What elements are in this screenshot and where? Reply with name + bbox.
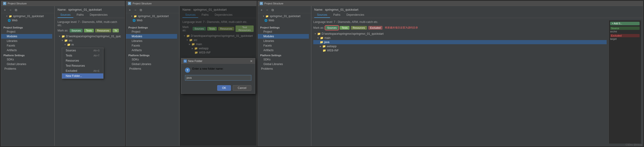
menu-test-res-1[interactable]: Test Resources <box>62 63 103 68</box>
ps-toolbar-3: + − ⧉ <box>258 7 311 13</box>
menu-excluded-1[interactable]: Excluded Alt+E <box>62 68 103 73</box>
ps-tree-3: ▼ 📁 springmvc_01_quickstart 🌐 Web <box>258 13 311 23</box>
folder-label-m-1: m <box>72 43 74 46</box>
sidebar-artifacts-2[interactable]: Artifacts <box>126 48 177 53</box>
tabs-bar-1: Sources Paths Dependencies <box>55 12 124 18</box>
sidebar-problems-2[interactable]: Problems <box>126 66 177 71</box>
folder-label-webinf-3: WEB-INF <box>327 49 339 52</box>
project-settings-title-2: Project Settings <box>126 25 177 29</box>
folder-icon-root-1: 📁 <box>62 35 65 38</box>
window1-titlebar: P Project Structure <box>1 1 124 6</box>
mark-as-row-1: Mark as: Sources Tests Resources Te <box>58 29 122 32</box>
add-btn-1[interactable]: + <box>2 8 7 12</box>
folder-label-webapp-3: webapp <box>327 45 336 48</box>
sidebar-project-1[interactable]: Project <box>1 29 52 34</box>
tab-dependencies-3[interactable]: Dependencies <box>344 12 367 18</box>
sidebar-facets-2[interactable]: Facets <box>126 43 177 48</box>
watermark: CSDev @intsup <box>626 144 642 146</box>
folder-m-1[interactable]: ▼ 📁 m <box>58 43 122 47</box>
dialog-close-btn-2[interactable]: ✕ <box>250 59 253 63</box>
mark-excluded-btn-3[interactable]: Excluded <box>368 26 382 30</box>
tab-sources-3[interactable]: Sources <box>314 12 330 18</box>
sidebar-global-libs-1[interactable]: Global Libraries <box>1 62 52 66</box>
menu-tests-1[interactable]: Tests Alt+T <box>62 53 103 58</box>
folder-icon-3: 📁 <box>266 15 269 18</box>
mark-tests-btn-3[interactable]: Tests <box>340 26 350 30</box>
mark-resources-btn-3[interactable]: Resources <box>351 26 367 30</box>
tab-paths-3[interactable]: Paths <box>330 12 343 18</box>
mark-test-res-btn-1[interactable]: Te <box>112 29 119 32</box>
sidebar-facets-1[interactable]: Facets <box>1 43 52 48</box>
sidebar-libraries-1[interactable]: Libraries <box>1 39 52 43</box>
folder-main-3[interactable]: ▼ 📁 main <box>313 36 607 40</box>
folder-webapp-3[interactable]: ▶ 📁 webapp <box>313 44 607 48</box>
ps-toolbar-1: + − ⧉ <box>1 7 54 13</box>
folder-icon-webinf-3: 📁 <box>322 49 326 52</box>
remove-btn-3[interactable]: − <box>265 8 270 12</box>
sidebar-problems-1[interactable]: Problems <box>1 66 52 71</box>
remove-btn-1[interactable]: − <box>8 8 13 12</box>
tree-project-1[interactable]: ▼ 📁 springmvc_01_quickstart <box>1 14 54 18</box>
sidebar-project-2[interactable]: Project <box>126 29 177 34</box>
folder-root-1[interactable]: ▼ 📁 D:\workspace\springmvc\springmvc_01_… <box>58 34 122 38</box>
sidebar-libraries-2[interactable]: Libraries <box>126 39 177 43</box>
sidebar-sdks-3[interactable]: SDKs <box>258 57 309 62</box>
dialog-ok-btn-2[interactable]: OK <box>217 85 231 91</box>
mark-as-label-1: Mark as: <box>58 29 68 32</box>
tree-web-2[interactable]: 🌐 Web <box>126 18 179 22</box>
sidebar-artifacts-3[interactable]: Artifacts <box>258 48 309 53</box>
menu-sources-1[interactable]: Sources Alt+S <box>62 48 103 53</box>
tree-project-label-2: springmvc_01_quickstart <box>138 14 169 18</box>
main-content-3: Language level: 7 - Diamonds, ARM, multi… <box>313 20 607 144</box>
sidebar-global-libs-3[interactable]: Global Libraries <box>258 62 309 66</box>
tree-web-1[interactable]: 🌐 Web <box>1 18 54 22</box>
window2-titlebar: P Project Structure <box>126 1 256 6</box>
tab-paths-1[interactable]: Paths <box>74 12 86 18</box>
window3: P Project Structure + − ⧉ ▼ 📁 springmvc_… <box>258 1 643 146</box>
sidebar-facets-3[interactable]: Facets <box>258 43 309 48</box>
sidebar-libraries-3[interactable]: Libraries <box>258 39 309 43</box>
folder-root-3[interactable]: ▼ 📁 D:\workspace\springmvc\springmvc_01_… <box>313 32 607 36</box>
tree-web-3[interactable]: 🌐 Web <box>258 18 311 22</box>
lang-level-1: Language level: 7 - Diamonds, ARM, multi… <box>58 20 122 27</box>
sidebar-modules-3[interactable]: Modules <box>258 34 309 39</box>
dialog-prompt-2: Enter a new folder name: <box>192 67 224 70</box>
sidebar-artifacts-1[interactable]: Artifacts <box>1 48 52 53</box>
sidebar-sdks-2[interactable]: SDKs <box>126 57 177 62</box>
menu-excluded-shortcut-1: Alt+E <box>93 69 100 72</box>
dialog-cancel-btn-2[interactable]: Cancel <box>233 85 251 91</box>
tree-project-label-3: springmvc_01_quickstart <box>270 14 300 18</box>
window1: P Project Structure + − ⧉ ▼ 📁 springmvc_… <box>1 1 125 146</box>
tree-project-2[interactable]: ▼ 📁 springmvc_01_quickstart <box>126 14 179 18</box>
menu-new-folder-1[interactable]: New Folder... <box>62 73 103 78</box>
sidebar-problems-3[interactable]: Problems <box>258 66 309 71</box>
folder-webinf-3[interactable]: 📁 WEB-INF <box>313 48 607 53</box>
mark-sources-btn-1[interactable]: Sources <box>70 29 82 32</box>
sidebar-project-3[interactable]: Project <box>258 29 309 34</box>
tree-project-3[interactable]: ▼ 📁 springmvc_01_quickstart <box>258 14 311 18</box>
copy-btn-3[interactable]: ⧉ <box>270 8 275 12</box>
side-panel-3: + Add S... Source src/mi Excluded target <box>608 20 641 144</box>
menu-resources-1[interactable]: Resources <box>62 58 103 63</box>
sidebar-global-libs-2[interactable]: Global Libraries <box>126 62 177 66</box>
side-add-btn-3[interactable]: + Add S... <box>610 22 640 25</box>
remove-btn-2[interactable]: − <box>133 8 138 12</box>
mark-resources-btn-1[interactable]: Resources <box>95 29 111 32</box>
sidebar-modules-2[interactable]: Modules <box>126 34 177 39</box>
copy-btn-2[interactable]: ⧉ <box>138 8 143 12</box>
add-btn-3[interactable]: + <box>259 8 264 12</box>
content-area-3: Language level: 7 - Diamonds, ARM, multi… <box>312 18 643 146</box>
menu-sources-shortcut-1: Alt+S <box>93 49 100 52</box>
add-btn-2[interactable]: + <box>128 8 132 12</box>
mark-sources-btn-3[interactable]: Sources <box>325 26 338 30</box>
folder-src-1[interactable]: ▼ 📁 src <box>58 38 122 43</box>
source-section-3: Source src/mi <box>610 27 640 33</box>
copy-btn-1[interactable]: ⧉ <box>14 8 18 12</box>
folder-java-3[interactable]: 📁 java <box>313 40 607 44</box>
sidebar-modules-1[interactable]: Modules <box>1 34 52 39</box>
tab-dependencies-1[interactable]: Dependencies <box>87 12 110 18</box>
dialog-input-2[interactable] <box>185 75 251 81</box>
sidebar-sdks-1[interactable]: SDKs <box>1 57 52 62</box>
mark-tests-btn-1[interactable]: Tests <box>84 29 94 32</box>
tab-sources-1[interactable]: Sources <box>58 12 73 18</box>
